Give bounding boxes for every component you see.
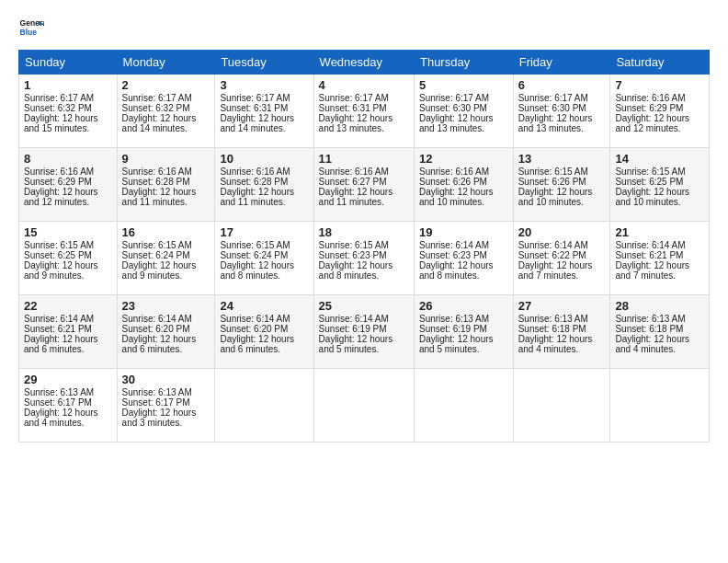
daylight-label: Daylight: 12 hours [615, 113, 689, 123]
daylight-minutes: and 5 minutes. [319, 344, 380, 354]
day-number: 14 [615, 152, 704, 166]
sunrise-label: Sunrise: 6:14 AM [122, 314, 192, 324]
day-header-tuesday: Tuesday [215, 51, 313, 75]
calendar-cell: 30Sunrise: 6:13 AMSunset: 6:17 PMDayligh… [117, 369, 215, 442]
sunset-label: Sunset: 6:28 PM [122, 177, 190, 187]
sunset-label: Sunset: 6:20 PM [220, 324, 288, 334]
calendar-cell: 6Sunrise: 6:17 AMSunset: 6:30 PMDaylight… [513, 75, 610, 148]
day-number: 24 [220, 299, 308, 313]
sunset-label: Sunset: 6:24 PM [220, 250, 288, 260]
calendar-cell: 8Sunrise: 6:16 AMSunset: 6:29 PMDaylight… [19, 148, 118, 222]
sunrise-label: Sunrise: 6:16 AM [615, 93, 685, 103]
sunset-label: Sunset: 6:23 PM [319, 250, 387, 260]
sunset-label: Sunset: 6:22 PM [518, 250, 586, 260]
calendar-cell: 13Sunrise: 6:15 AMSunset: 6:26 PMDayligh… [513, 148, 610, 222]
daylight-label: Daylight: 12 hours [419, 113, 494, 123]
daylight-minutes: and 12 minutes. [615, 123, 680, 133]
day-number: 26 [419, 299, 508, 313]
sunrise-label: Sunrise: 6:16 AM [122, 167, 192, 177]
sunset-label: Sunset: 6:32 PM [122, 103, 190, 113]
sunrise-label: Sunrise: 6:15 AM [220, 240, 290, 250]
daylight-minutes: and 4 minutes. [518, 344, 579, 354]
day-number: 12 [419, 152, 508, 166]
day-header-sunday: Sunday [19, 51, 118, 75]
calendar-header-row: SundayMondayTuesdayWednesdayThursdayFrid… [19, 51, 710, 75]
daylight-label: Daylight: 12 hours [24, 334, 98, 344]
sunrise-label: Sunrise: 6:15 AM [518, 167, 588, 177]
calendar-cell: 22Sunrise: 6:14 AMSunset: 6:21 PMDayligh… [19, 295, 118, 369]
sunrise-label: Sunrise: 6:15 AM [319, 240, 389, 250]
calendar-cell [414, 369, 513, 442]
daylight-label: Daylight: 12 hours [24, 113, 98, 123]
calendar-week-row: 15Sunrise: 6:15 AMSunset: 6:25 PMDayligh… [19, 222, 710, 295]
sunrise-label: Sunrise: 6:14 AM [615, 240, 685, 250]
sunrise-label: Sunrise: 6:15 AM [615, 167, 685, 177]
daylight-minutes: and 14 minutes. [220, 123, 285, 133]
day-number: 3 [220, 78, 308, 92]
calendar-cell: 20Sunrise: 6:14 AMSunset: 6:22 PMDayligh… [513, 222, 610, 295]
sunrise-label: Sunrise: 6:17 AM [24, 93, 94, 103]
day-number: 29 [24, 373, 112, 386]
day-number: 18 [319, 225, 409, 239]
day-number: 6 [518, 78, 606, 92]
sunrise-label: Sunrise: 6:16 AM [419, 167, 489, 177]
daylight-minutes: and 4 minutes. [615, 344, 676, 354]
daylight-label: Daylight: 12 hours [24, 260, 98, 270]
daylight-minutes: and 11 minutes. [122, 197, 188, 207]
daylight-label: Daylight: 12 hours [220, 113, 294, 123]
calendar-cell: 3Sunrise: 6:17 AMSunset: 6:31 PMDaylight… [215, 75, 313, 148]
daylight-label: Daylight: 12 hours [220, 187, 294, 197]
sunset-label: Sunset: 6:23 PM [419, 250, 487, 260]
daylight-label: Daylight: 12 hours [122, 334, 197, 344]
calendar-week-row: 22Sunrise: 6:14 AMSunset: 6:21 PMDayligh… [19, 295, 710, 369]
daylight-minutes: and 13 minutes. [319, 123, 384, 133]
daylight-label: Daylight: 12 hours [518, 187, 593, 197]
sunset-label: Sunset: 6:26 PM [518, 177, 586, 187]
calendar-week-row: 1Sunrise: 6:17 AMSunset: 6:32 PMDaylight… [19, 75, 710, 148]
sunrise-label: Sunrise: 6:14 AM [518, 240, 588, 250]
daylight-minutes: and 4 minutes. [24, 418, 85, 428]
calendar-cell: 27Sunrise: 6:13 AMSunset: 6:18 PMDayligh… [513, 295, 610, 369]
daylight-minutes: and 6 minutes. [122, 344, 183, 354]
daylight-minutes: and 15 minutes. [24, 123, 89, 133]
day-number: 27 [518, 299, 606, 313]
daylight-label: Daylight: 12 hours [518, 260, 593, 270]
calendar-cell [215, 369, 313, 442]
calendar-cell: 16Sunrise: 6:15 AMSunset: 6:24 PMDayligh… [117, 222, 215, 295]
daylight-minutes: and 12 minutes. [24, 197, 89, 207]
sunrise-label: Sunrise: 6:13 AM [24, 387, 94, 397]
calendar-cell: 14Sunrise: 6:15 AMSunset: 6:25 PMDayligh… [610, 148, 710, 222]
daylight-label: Daylight: 12 hours [319, 334, 393, 344]
day-number: 20 [518, 225, 606, 239]
sunrise-label: Sunrise: 6:14 AM [319, 314, 389, 324]
sunset-label: Sunset: 6:28 PM [220, 177, 288, 187]
sunrise-label: Sunrise: 6:13 AM [615, 314, 685, 324]
calendar-cell: 4Sunrise: 6:17 AMSunset: 6:31 PMDaylight… [313, 75, 414, 148]
sunrise-label: Sunrise: 6:14 AM [24, 314, 94, 324]
sunrise-label: Sunrise: 6:15 AM [122, 240, 192, 250]
sunrise-label: Sunrise: 6:14 AM [419, 240, 489, 250]
calendar-cell: 10Sunrise: 6:16 AMSunset: 6:28 PMDayligh… [215, 148, 313, 222]
calendar-cell: 15Sunrise: 6:15 AMSunset: 6:25 PMDayligh… [19, 222, 118, 295]
day-number: 5 [419, 78, 508, 92]
calendar-cell: 1Sunrise: 6:17 AMSunset: 6:32 PMDaylight… [19, 75, 118, 148]
calendar-week-row: 8Sunrise: 6:16 AMSunset: 6:29 PMDaylight… [19, 148, 710, 222]
calendar-cell [610, 369, 710, 442]
daylight-minutes: and 13 minutes. [518, 123, 584, 133]
day-number: 28 [615, 299, 704, 313]
day-header-friday: Friday [513, 51, 610, 75]
sunset-label: Sunset: 6:27 PM [319, 177, 387, 187]
daylight-label: Daylight: 12 hours [220, 334, 294, 344]
sunrise-label: Sunrise: 6:17 AM [122, 93, 192, 103]
daylight-label: Daylight: 12 hours [24, 408, 98, 418]
day-number: 16 [122, 225, 210, 239]
daylight-minutes: and 9 minutes. [122, 270, 183, 281]
sunrise-label: Sunrise: 6:17 AM [518, 93, 588, 103]
page: General Blue SundayMondayTuesdayWednesda… [0, 0, 728, 563]
sunset-label: Sunset: 6:19 PM [419, 324, 487, 334]
sunset-label: Sunset: 6:29 PM [24, 177, 92, 187]
calendar-cell: 28Sunrise: 6:13 AMSunset: 6:18 PMDayligh… [610, 295, 710, 369]
sunrise-label: Sunrise: 6:16 AM [24, 167, 94, 177]
day-number: 25 [319, 299, 409, 313]
sunset-label: Sunset: 6:21 PM [615, 250, 683, 260]
